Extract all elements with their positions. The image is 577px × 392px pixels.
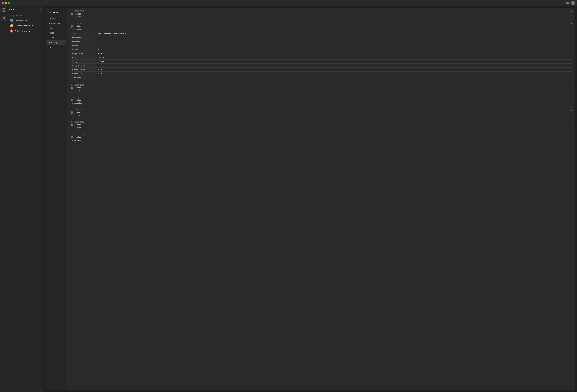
audit-entry-6-expand-btn[interactable]: ∨ — [571, 121, 572, 124]
calendar-manager-add-icon[interactable]: + — [39, 30, 41, 32]
task-manager-add-icon[interactable]: + — [39, 19, 41, 22]
traffic-lights — [2, 2, 10, 4]
audit-entry-2-expand-btn[interactable]: ∧ — [571, 23, 572, 25]
calendar-manager-icon: C — [10, 30, 13, 33]
audit-entry-2-avatar — [71, 25, 73, 28]
table-cell-status-value: 0 — [96, 48, 572, 52]
table-cell-sub-tasks-value — [96, 75, 572, 79]
table-row-assigned-users: Assigned Users janbrink — [71, 60, 572, 64]
settings-nav-general[interactable]: General — [46, 16, 67, 21]
audit-entry-4-user: janbrink — [71, 99, 572, 101]
sidebar-header: bnder ⚙ — [7, 6, 43, 13]
audit-entry-3-username: janbrink — [74, 87, 81, 89]
audit-entry-1-action: Task updated — [71, 16, 572, 18]
audit-entry-5-avatar — [71, 111, 73, 114]
svg-point-7 — [71, 27, 73, 28]
app-logo: b — [1, 8, 6, 12]
audit-entry-6-user: janbrink — [71, 124, 572, 126]
svg-point-6 — [71, 26, 72, 26]
audit-entry-5-timestamp: 2024/05/20 00:23 — [71, 109, 572, 111]
settings-gear-icon[interactable]: ⚙ — [39, 8, 42, 11]
table-cell-sub-tasks-label: Sub Tasks — [71, 75, 96, 79]
discord-icon[interactable] — [566, 1, 569, 5]
settings-nav-audit-log[interactable]: Audit Log — [46, 40, 67, 45]
svg-point-15 — [71, 125, 73, 126]
main-content: Settings General Preferences Users Roles… — [44, 6, 577, 392]
table-cell-title-label: Title — [71, 32, 96, 36]
table-cell-project-name-label: Project Name — [71, 52, 96, 56]
table-row-priority: Priority High — [71, 44, 572, 48]
svg-point-1 — [572, 4, 574, 5]
settings-title: Settings — [45, 9, 68, 16]
audit-entry-7-avatar — [71, 136, 73, 138]
audit-entry-5-username: janbrink — [74, 111, 81, 114]
audit-entry-4-expand-btn[interactable]: ∨ — [571, 96, 572, 99]
audit-entry-7-username: janbrink — [74, 136, 81, 138]
table-cell-priority-value: High — [96, 44, 572, 48]
titlebar — [0, 0, 577, 6]
settings-nav-preferences[interactable]: Preferences — [46, 21, 67, 26]
settings-nav: Settings General Preferences Users Roles… — [45, 8, 68, 391]
audit-entry-4-header: 2024/05/20 22:06 janbrink — [71, 96, 572, 104]
table-row-deadline: Deadline — [71, 40, 572, 44]
audit-entry-5-expand-btn[interactable]: ∨ — [571, 109, 572, 111]
table-cell-description-label: Description — [71, 36, 96, 40]
table-cell-description-value — [96, 36, 572, 40]
svg-point-13 — [71, 113, 73, 114]
table-row-repeat-until: Repeat until None — [71, 71, 572, 75]
table-cell-repeat-until-value: None — [96, 71, 572, 75]
audit-entry-3-avatar — [71, 87, 73, 89]
audit-entry-1-user: janbrink — [71, 13, 572, 15]
audit-entry-4: 2024/05/20 22:06 janbrink — [71, 96, 572, 106]
audit-entry-5-action: Task updated — [71, 114, 572, 116]
sidebar-item-knowledge-manager[interactable]: K Knowledge Manager + — [8, 23, 42, 28]
knowledge-manager-label: Knowledge Manager — [15, 25, 33, 27]
audit-entry-2: 2024/05/20 22:31 janbrink — [71, 23, 572, 82]
sidebar-item-calendar-manager[interactable]: C Calendar Manager + — [8, 29, 42, 33]
settings-modal: Settings General Preferences Users Roles… — [45, 8, 576, 391]
knowledge-manager-add-icon[interactable]: + — [39, 24, 41, 27]
table-row-title: Title Add AI Assistant to documentation — [71, 32, 572, 36]
table-cell-assigned-users-label: Assigned Users — [71, 60, 96, 64]
svg-point-10 — [71, 99, 72, 100]
table-row-status: Status 0 — [71, 48, 572, 52]
minimize-traffic-light[interactable] — [5, 2, 7, 4]
sidebar-item-task-manager[interactable]: T Task Manager + — [8, 18, 42, 23]
audit-entry-3-user: janbrink — [71, 87, 572, 89]
audit-entry-7-expand-btn[interactable]: ∨ — [571, 133, 572, 136]
audit-entry-3-expand-btn[interactable]: ∨ — [571, 84, 572, 87]
audit-entry-6-avatar — [71, 124, 73, 126]
audit-entry-3-header: 2024/05/20 22:06 janbrink — [71, 84, 572, 92]
settings-nav-users[interactable]: Users — [46, 26, 67, 30]
audit-entry-7-user: janbrink — [71, 136, 572, 138]
settings-nav-roles[interactable]: Roles — [46, 31, 67, 35]
app-body: b bnder ⚙ Change Bot Type ∧ T — [0, 6, 577, 392]
table-cell-repeat-interval-value: None — [96, 67, 572, 71]
audit-entry-1-expand-btn[interactable]: ∨ — [571, 10, 572, 13]
audit-entry-4-action: Task updated — [71, 102, 572, 104]
audit-entry-2-timestamp: 2024/05/20 22:31 — [71, 23, 572, 24]
audit-entry-6-username: janbrink — [74, 124, 81, 126]
rail-icon-main[interactable] — [1, 15, 6, 21]
settings-content[interactable]: ✕ 2024/05/20 22:42 — [68, 8, 576, 391]
sidebar-section-header: Change Bot Type ∧ — [7, 13, 43, 18]
close-traffic-light[interactable] — [2, 2, 4, 4]
task-manager-icon: T — [10, 19, 13, 22]
left-rail: b — [0, 6, 7, 392]
settings-nav-limits[interactable]: Limits — [46, 45, 67, 49]
audit-entry-7-timestamp: 2024/05/19 23:12 — [71, 133, 572, 135]
sidebar-collapse-icon[interactable]: ∧ — [40, 15, 42, 17]
audit-entry-1-avatar — [71, 13, 73, 15]
maximize-traffic-light[interactable] — [8, 2, 10, 4]
task-details-table: Title Add AI Assistant to documentation … — [71, 32, 572, 79]
task-manager-label: Task Manager — [15, 19, 28, 22]
table-cell-assigned-users-value: janbrink — [96, 60, 572, 64]
table-cell-status-label: Status — [71, 48, 96, 52]
svg-point-5 — [71, 14, 73, 15]
settings-nav-labels[interactable]: Labels — [46, 35, 67, 40]
audit-entry-2-user: janbrink — [71, 25, 572, 28]
audit-entry-3: 2024/05/20 22:06 janbrink — [71, 84, 572, 94]
table-cell-priority-label: Priority — [71, 44, 96, 48]
user-avatar[interactable] — [571, 1, 575, 5]
table-cell-repeat-interval-label: Repeat Interval — [71, 67, 96, 71]
